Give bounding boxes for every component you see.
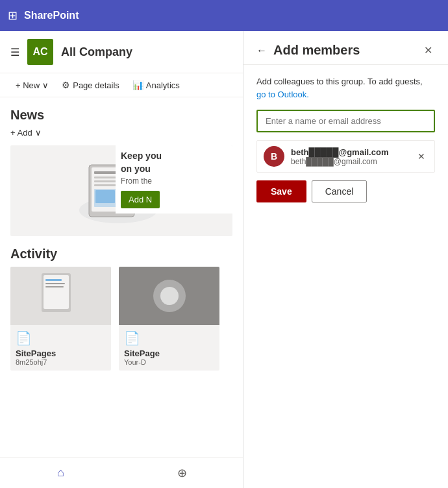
member-remove-button[interactable]: ✕ [415,149,428,164]
activity-card-thumbnail-dark [119,267,219,325]
member-search-input[interactable] [258,111,434,131]
member-name: beth█████@gmail.com [291,147,415,157]
add-members-panel: ← Add members ✕ Add colleagues to this g… [243,31,448,488]
page-content: News + Add ∨ [0,97,243,457]
analytics-label: Analytics [146,80,180,90]
svg-rect-13 [45,279,62,281]
member-row: B beth█████@gmail.com beth█████@gmail.co… [256,140,435,173]
bottom-nav-home[interactable]: ⌂ [0,458,121,488]
analytics-icon: 📊 [132,80,143,90]
sharepoint-file-icon: 📄 [16,330,106,346]
add-chevron-icon: ∨ [35,128,42,138]
news-section-title: News [10,108,232,123]
keep-updated-section: Keep you on you From the Add N [116,145,232,214]
activity-card-name: SitePages [16,348,106,358]
panel-actions: Save Cancel [256,180,435,202]
new-button-label: + New [16,80,40,90]
bottom-navigation: ⌂ ⊕ [0,457,243,488]
add-news-button[interactable]: + Add ∨ [10,128,232,138]
panel-header-left: ← Add members [256,43,360,58]
main-area: ☰ AC All Company + New ∨ ⚙ Page details … [0,31,448,488]
hamburger-icon[interactable]: ☰ [10,46,19,58]
globe-icon: ⊕ [177,466,187,480]
panel-description: Add colleagues to this group. To add gue… [256,75,435,101]
analytics-button[interactable]: 📊 Analytics [127,77,185,93]
news-card: Keep you on you From the Add N [10,145,232,236]
activity-card[interactable]: 📄 SitePages 8m25ohj7 [10,267,111,371]
card-thumb-illustration [35,270,87,322]
activity-card[interactable]: 📄 SitePage Your-D [119,267,219,371]
outlook-link[interactable]: go to Outlook. [256,90,309,99]
activity-card-info: 📄 SitePage Your-D [119,325,219,371]
panel-body: Add colleagues to this group. To add gue… [243,65,448,488]
thumb-circle [153,280,186,312]
keep-heading: Keep you [121,151,227,161]
new-button[interactable]: + New ∨ [10,78,54,93]
panel-close-button[interactable]: ✕ [421,42,435,59]
panel-header: ← Add members ✕ [243,31,448,65]
activity-card-thumbnail [10,267,111,325]
member-avatar: B [264,146,284,167]
site-name: All Company [61,45,132,59]
member-search-wrapper [256,110,435,132]
top-navigation-bar: ⊞ SharePoint [0,0,448,31]
activity-card-info: 📄 SitePages 8m25ohj7 [10,325,111,371]
bottom-nav-globe[interactable]: ⊕ [121,458,243,488]
cancel-button[interactable]: Cancel [312,180,367,202]
activity-card-name-2: SitePage [124,348,214,358]
page-toolbar: + New ∨ ⚙ Page details 📊 Analytics [0,73,243,97]
page-details-button[interactable]: ⚙ Page details [56,77,125,93]
activity-card-meta-2: Your-D [124,358,214,366]
activity-card-meta: 8m25ohj7 [16,358,106,366]
panel-back-button[interactable]: ← [256,45,267,56]
home-icon: ⌂ [57,466,64,480]
svg-rect-8 [95,190,115,203]
keep-from-text: From the [121,177,227,186]
activity-cards-container: 📄 SitePages 8m25ohj7 📄 [10,267,232,371]
app-logo-text: SharePoint [24,10,79,21]
activity-section-title: Activity [10,247,232,262]
site-logo: AC [27,39,53,65]
thumb-circle-inner [160,287,179,305]
keep-subheading: on you [121,164,227,174]
member-info: beth█████@gmail.com beth█████@gmail.com [291,147,415,166]
activity-section: Activity 📄 [10,247,232,371]
panel-title: Add members [273,43,360,58]
sharepoint-file-icon-2: 📄 [124,330,214,346]
news-section: News + Add ∨ [10,108,232,236]
member-email: beth█████@gmail.com [291,157,415,166]
waffle-icon[interactable]: ⊞ [8,8,18,23]
save-button[interactable]: Save [256,180,306,202]
panel-desc-text: Add colleagues to this group. To add gue… [256,77,423,86]
svg-rect-15 [45,286,64,287]
page-details-label: Page details [73,80,119,90]
sharepoint-page: ☰ AC All Company + New ∨ ⚙ Page details … [0,31,243,488]
site-header: ☰ AC All Company [0,31,243,73]
gear-icon: ⚙ [62,80,70,90]
new-chevron-icon: ∨ [42,80,49,90]
add-news-action-button[interactable]: Add N [121,191,160,208]
svg-rect-14 [45,283,65,284]
add-news-label: + Add [10,128,32,138]
